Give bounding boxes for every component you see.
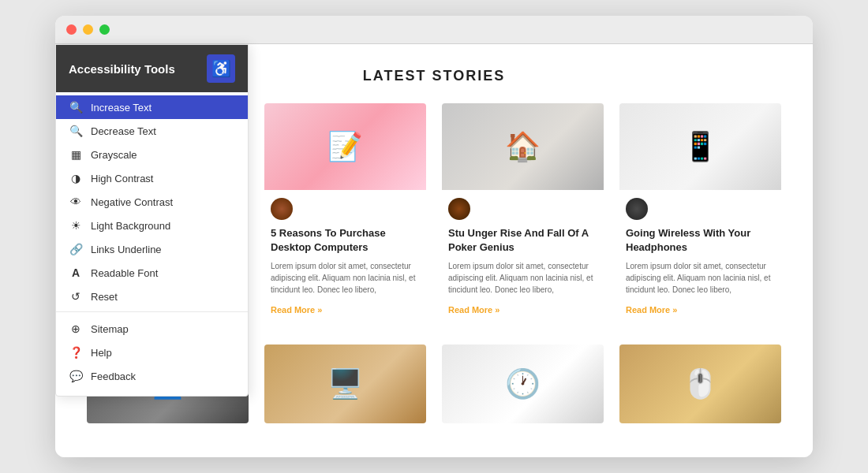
eye-icon: 👁 [69,196,83,208]
accessibility-icon-button[interactable]: ♿ [207,54,235,83]
menu-item-label: Reset [91,291,118,303]
menu-item-label: Decrease Text [91,125,156,137]
footer-item-label: Help [91,347,112,359]
read-more-link[interactable]: Read More [271,305,322,315]
menu-item-high-contrast[interactable]: ◑ High Contrast [56,166,248,190]
menu-item-label: Light Background [91,220,170,232]
sun-icon: ☀ [69,219,83,232]
author-row [448,198,597,220]
article-body: 5 Reasons To Purchase Desktop Computers … [264,190,426,326]
article-body: Going Wireless With Your Headphones Lore… [619,190,781,326]
traffic-lights [66,24,110,35]
menu-item-label: Links Underline [91,244,162,255]
footer-item-feedback[interactable]: 💬 Feedback [56,364,248,388]
panel-menu: 🔍 Increase Text 🔍 Decrease Text ▦ Graysc… [56,92,248,312]
search-plus-icon: 🔍 [69,101,83,114]
article-thumbnail [264,345,426,423]
article-image [264,103,426,190]
article-title: 5 Reasons To Purchase Desktop Computers [271,226,420,254]
accessibility-panel: Accessibility Tools ♿ 🔍 Increase Text 🔍 … [55,44,249,397]
article-card: Stu Unger Rise And Fall Of A Poker Geniu… [442,103,604,326]
menu-item-light-background[interactable]: ☀ Light Background [56,214,248,237]
footer-item-sitemap[interactable]: ⊕ Sitemap [56,317,248,341]
help-icon: ❓ [69,346,83,359]
menu-item-label: Grayscale [91,149,137,161]
article-card: 5 Reasons To Purchase Desktop Computers … [264,103,426,326]
article-card: Going Wireless With Your Headphones Lore… [619,103,781,326]
menu-item-grayscale[interactable]: ▦ Grayscale [56,143,248,166]
reset-icon: ↺ [69,290,83,303]
menu-item-readable-font[interactable]: A Readable Font [56,261,248,285]
menu-item-decrease-text[interactable]: 🔍 Decrease Text [56,119,248,143]
avatar [448,198,470,220]
grayscale-icon: ▦ [69,148,83,161]
article-thumbnail [442,345,604,423]
sitemap-icon: ⊕ [69,322,83,335]
feedback-icon: 💬 [69,370,83,382]
font-icon: A [69,266,83,279]
article-title: Stu Unger Rise And Fall Of A Poker Geniu… [448,226,597,254]
menu-item-negative-contrast[interactable]: 👁 Negative Contrast [56,190,248,214]
menu-item-reset[interactable]: ↺ Reset [56,285,248,308]
article-body: Stu Unger Rise And Fall Of A Poker Geniu… [442,190,604,326]
footer-item-label: Sitemap [91,323,129,335]
footer-item-help[interactable]: ❓ Help [56,341,248,364]
author-row [271,198,420,220]
menu-item-label: Negative Contrast [91,196,173,208]
title-bar [55,16,813,44]
menu-item-label: Readable Font [91,267,158,279]
menu-item-links-underline[interactable]: 🔗 Links Underline [56,237,248,261]
menu-item-label: High Contrast [91,173,153,184]
panel-header: Accessibility Tools ♿ [56,45,248,92]
article-thumbnail [619,345,781,423]
author-row [626,198,775,220]
minimize-button[interactable] [83,24,93,35]
article-title: Going Wireless With Your Headphones [626,226,775,254]
contrast-icon: ◑ [69,172,83,184]
read-more-link[interactable]: Read More [626,305,677,315]
maximize-button[interactable] [99,24,110,35]
panel-title: Accessibility Tools [69,62,175,76]
article-image [442,103,604,190]
panel-footer: ⊕ Sitemap ❓ Help 💬 Feedback [56,312,248,396]
link-icon: 🔗 [69,243,83,255]
avatar [626,198,648,220]
menu-item-label: Increase Text [91,102,152,114]
accessibility-figure-icon: ♿ [211,59,231,78]
read-more-link[interactable]: Read More [448,305,499,315]
menu-item-increase-text[interactable]: 🔍 Increase Text [56,95,248,119]
avatar [271,198,293,220]
search-minus-icon: 🔍 [69,125,83,137]
article-excerpt: Lorem ipsum dolor sit amet, consectetur … [626,260,775,296]
close-button[interactable] [66,24,77,35]
article-image [619,103,781,190]
footer-item-label: Feedback [91,371,136,382]
article-excerpt: Lorem ipsum dolor sit amet, consectetur … [271,260,420,296]
browser-window: LATEST STORIES Going Wire less r nes dol… [55,16,813,457]
article-excerpt: Lorem ipsum dolor sit amet, consectetur … [448,260,597,296]
